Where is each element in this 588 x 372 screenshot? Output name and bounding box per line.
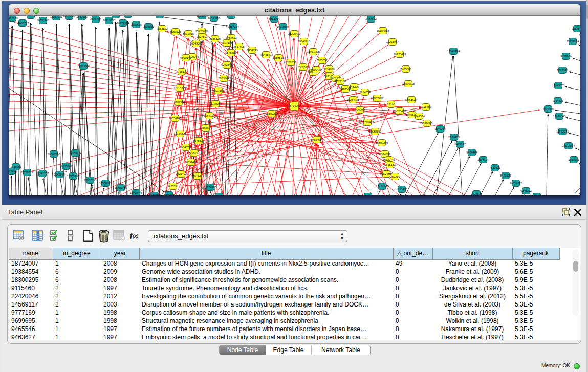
svg-text:16782759: 16782759 [115, 186, 127, 189]
svg-text:9327503: 9327503 [197, 35, 207, 38]
svg-text:1112541: 1112541 [572, 27, 580, 30]
svg-text:7515528: 7515528 [130, 23, 141, 26]
svg-text:3498222: 3498222 [188, 151, 199, 155]
svg-text:7357224: 7357224 [228, 25, 238, 28]
svg-text:10975867: 10975867 [60, 165, 72, 168]
svg-text:8322037: 8322037 [285, 61, 296, 64]
svg-text:12975115: 12975115 [402, 82, 415, 85]
svg-text:15720407: 15720407 [361, 121, 374, 124]
svg-text:10025438: 10025438 [394, 110, 406, 113]
svg-text:16033809: 16033809 [208, 17, 220, 20]
svg-text:2803144: 2803144 [218, 77, 229, 80]
svg-text:7485063: 7485063 [400, 68, 411, 71]
svg-text:2867608: 2867608 [233, 45, 244, 48]
svg-text:1065533: 1065533 [154, 16, 165, 16]
svg-text:1912680: 1912680 [9, 17, 18, 20]
svg-text:15226058: 15226058 [195, 30, 208, 33]
svg-text:6466160: 6466160 [90, 18, 101, 21]
svg-text:12923446: 12923446 [130, 191, 142, 194]
svg-text:1588520: 1588520 [273, 56, 284, 59]
svg-text:1615132: 1615132 [384, 163, 395, 166]
svg-text:8454749: 8454749 [247, 49, 257, 52]
svg-text:20691406: 20691406 [37, 19, 49, 22]
svg-text:9777169: 9777169 [335, 80, 345, 83]
svg-text:62160: 62160 [387, 103, 395, 106]
svg-text:9890141: 9890141 [180, 56, 191, 59]
svg-text:9474444: 9474444 [466, 151, 477, 154]
svg-text:19166825: 19166825 [174, 132, 186, 135]
svg-text:1362615: 1362615 [297, 65, 308, 69]
svg-text:17359924: 17359924 [69, 151, 81, 155]
svg-text:19317931: 19317931 [50, 16, 62, 18]
svg-text:1167531: 1167531 [568, 158, 579, 161]
svg-text:117008: 117008 [211, 102, 220, 105]
svg-text:12213967: 12213967 [386, 40, 399, 43]
svg-text:1549574: 1549574 [413, 115, 424, 118]
svg-text:1640954: 1640954 [434, 127, 445, 130]
svg-text:10958107: 10958107 [99, 182, 112, 185]
svg-text:21053346: 21053346 [77, 64, 90, 68]
svg-text:5875685: 5875685 [225, 51, 236, 54]
svg-text:14136141: 14136141 [376, 185, 388, 188]
svg-text:10688609: 10688609 [369, 130, 381, 133]
svg-text:16961758: 16961758 [307, 50, 319, 53]
svg-text:18724007: 18724007 [288, 104, 300, 107]
svg-text:7632621: 7632621 [489, 166, 500, 169]
svg-text:8813054: 8813054 [269, 17, 279, 20]
svg-text:20364436: 20364436 [347, 98, 359, 101]
svg-text:7663822: 7663822 [157, 27, 167, 30]
svg-text:16107554: 16107554 [172, 101, 185, 104]
svg-text:9327508: 9327508 [221, 41, 232, 45]
svg-text:8186328: 8186328 [209, 37, 220, 40]
svg-text:2087682: 2087682 [365, 17, 376, 20]
svg-text:1935061: 1935061 [10, 165, 21, 168]
svg-text:16154808: 16154808 [377, 29, 389, 32]
svg-text:19384554: 19384554 [311, 138, 323, 141]
svg-text:2718170: 2718170 [176, 70, 187, 73]
svg-text:19654985: 19654985 [169, 117, 181, 120]
svg-text:9884067: 9884067 [379, 152, 390, 156]
svg-text:7955812: 7955812 [316, 59, 327, 62]
svg-text:16914479: 16914479 [191, 174, 204, 178]
svg-text:9242848: 9242848 [221, 63, 232, 67]
svg-text:7625402: 7625402 [176, 172, 186, 176]
svg-text:12342757: 12342757 [36, 172, 49, 175]
svg-text:12093873: 12093873 [552, 84, 564, 87]
svg-text:2099141: 2099141 [25, 16, 36, 17]
svg-text:14055712: 14055712 [16, 21, 29, 25]
svg-text:1754612: 1754612 [226, 36, 236, 39]
svg-text:16120741: 16120741 [383, 158, 395, 161]
svg-text:3624554: 3624554 [359, 91, 370, 94]
svg-text:16543382: 16543382 [190, 42, 202, 45]
svg-text:1603380: 1603380 [197, 16, 207, 17]
svg-text:9899695: 9899695 [421, 122, 432, 125]
svg-text:10655267: 10655267 [63, 16, 75, 18]
svg-text:9329966: 9329966 [560, 55, 571, 58]
svg-text:9115460: 9115460 [420, 105, 431, 108]
svg-text:6479197: 6479197 [454, 143, 465, 146]
svg-text:16210643: 16210643 [553, 115, 565, 118]
svg-text:10654112: 10654112 [510, 182, 522, 185]
svg-text:3915413: 3915413 [9, 170, 17, 173]
svg-text:14099489: 14099489 [185, 161, 197, 164]
svg-text:8151711: 8151711 [226, 16, 236, 17]
svg-text:9463627: 9463627 [406, 98, 417, 101]
svg-text:1065531: 1065531 [110, 16, 121, 16]
svg-text:3215958: 3215958 [542, 107, 553, 111]
svg-text:9734028: 9734028 [323, 68, 334, 71]
svg-text:20206536: 20206536 [48, 152, 60, 156]
svg-text:1527602: 1527602 [76, 16, 87, 18]
svg-text:13353594: 13353594 [200, 126, 212, 129]
svg-text:11156829: 11156829 [21, 171, 33, 174]
svg-text:15592971: 15592971 [556, 130, 569, 133]
svg-text:10973493: 10973493 [394, 53, 406, 56]
svg-text:3267110: 3267110 [204, 114, 214, 117]
svg-text:9457791: 9457791 [167, 185, 178, 188]
svg-text:8912955: 8912955 [183, 32, 193, 35]
svg-text:18807249: 18807249 [376, 141, 388, 144]
svg-text:1733426: 1733426 [396, 188, 407, 191]
svg-text:15716485: 15716485 [204, 186, 216, 189]
svg-text:19218506: 19218506 [277, 25, 289, 28]
svg-text:10046788: 10046788 [180, 146, 192, 149]
svg-text:15300273: 15300273 [266, 112, 278, 115]
